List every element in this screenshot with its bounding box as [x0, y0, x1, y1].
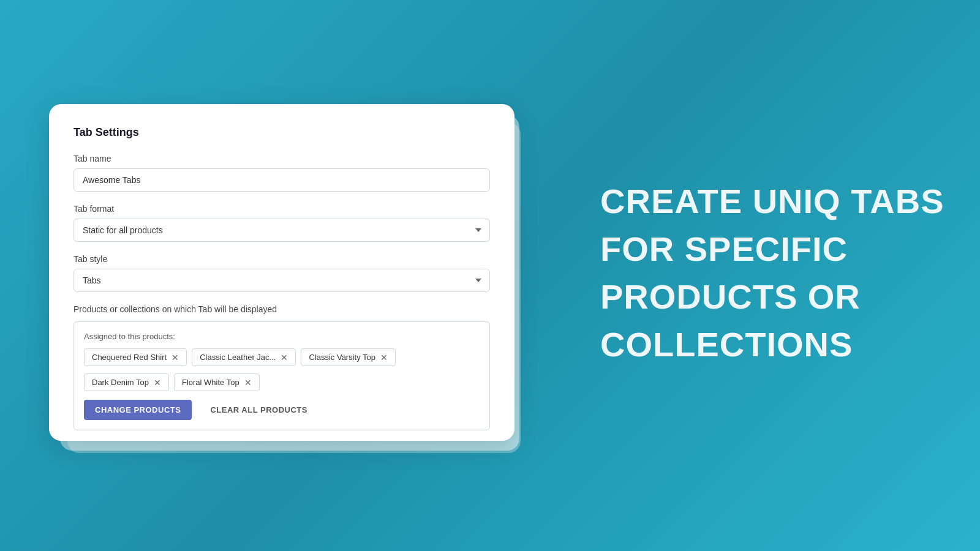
remove-product-p3[interactable]: ✕ — [380, 353, 388, 362]
clear-all-products-button[interactable]: CLEAR ALL PRODUCTS — [199, 400, 318, 420]
product-tag-label-p2: Classic Leather Jac... — [200, 353, 276, 362]
left-panel: Tab Settings Tab name Tab format Static … — [0, 0, 564, 551]
product-tag-p5: Floral White Top ✕ — [174, 373, 260, 391]
product-tag-label-p5: Floral White Top — [182, 378, 239, 387]
products-buttons-row: CHANGE PRODUCTS CLEAR ALL PRODUCTS — [84, 400, 480, 420]
products-section-title: Products or collections on which Tab wil… — [74, 304, 490, 314]
tab-name-label: Tab name — [74, 154, 490, 163]
product-tag-p3: Classic Varsity Top ✕ — [301, 348, 396, 366]
tagline-line-2: FOR SPECIFIC — [600, 228, 944, 271]
tab-format-group: Tab format Static for all products Dynam… — [74, 204, 490, 242]
change-products-button[interactable]: CHANGE PRODUCTS — [84, 400, 192, 420]
remove-product-p4[interactable]: ✕ — [154, 378, 161, 387]
tagline-line-1: CREATE UNIQ TABS — [600, 180, 944, 223]
tags-row-2: Dark Denim Top ✕ Floral White Top ✕ — [84, 373, 480, 391]
assigned-label: Assigned to this products: — [84, 332, 480, 341]
tags-row-1: Chequered Red Shirt ✕ Classic Leather Ja… — [84, 348, 480, 366]
card-title: Tab Settings — [74, 126, 490, 139]
product-tag-label-p4: Dark Denim Top — [92, 378, 149, 387]
tab-style-select-wrapper: Tabs Accordion Dropdown — [74, 269, 490, 292]
products-box: Assigned to this products: Chequered Red… — [74, 321, 490, 430]
card-stack: Tab Settings Tab name Tab format Static … — [49, 104, 514, 447]
tab-format-select[interactable]: Static for all products Dynamic per prod… — [74, 219, 490, 242]
tagline-line-4: COLLECTIONS — [600, 323, 944, 366]
card-main: Tab Settings Tab name Tab format Static … — [49, 104, 514, 441]
tab-style-select[interactable]: Tabs Accordion Dropdown — [74, 269, 490, 292]
tab-format-select-wrapper: Static for all products Dynamic per prod… — [74, 219, 490, 242]
right-panel: CREATE UNIQ TABS FOR SPECIFIC PRODUCTS O… — [564, 0, 980, 551]
product-tag-p4: Dark Denim Top ✕ — [84, 373, 169, 391]
remove-product-p1[interactable]: ✕ — [172, 353, 179, 362]
product-tag-label-p1: Chequered Red Shirt — [92, 353, 167, 362]
tab-format-label: Tab format — [74, 204, 490, 214]
product-tag-p1: Chequered Red Shirt ✕ — [84, 348, 187, 366]
tab-name-group: Tab name — [74, 154, 490, 192]
products-group: Products or collections on which Tab wil… — [74, 304, 490, 430]
tab-style-label: Tab style — [74, 254, 490, 264]
remove-product-p2[interactable]: ✕ — [281, 353, 288, 362]
tab-style-group: Tab style Tabs Accordion Dropdown — [74, 254, 490, 292]
remove-product-p5[interactable]: ✕ — [244, 378, 252, 387]
tagline-line-3: PRODUCTS OR — [600, 276, 944, 318]
product-tag-p2: Classic Leather Jac... ✕ — [192, 348, 296, 366]
tagline: CREATE UNIQ TABS FOR SPECIFIC PRODUCTS O… — [600, 180, 944, 371]
product-tag-label-p3: Classic Varsity Top — [309, 353, 375, 362]
tab-name-input[interactable] — [74, 168, 490, 192]
